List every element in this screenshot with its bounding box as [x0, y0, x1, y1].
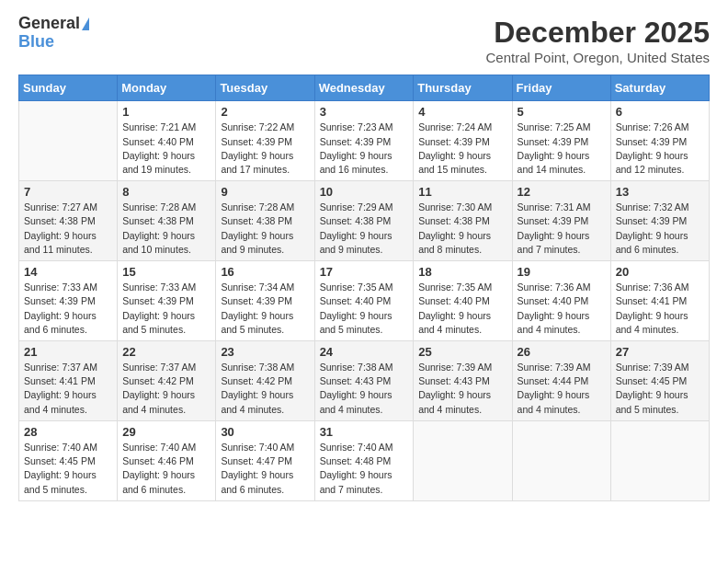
day-info: Sunrise: 7:34 AM Sunset: 4:39 PM Dayligh…	[221, 281, 309, 337]
day-info: Sunrise: 7:36 AM Sunset: 4:41 PM Dayligh…	[616, 281, 704, 337]
weekday-header-row: SundayMondayTuesdayWednesdayThursdayFrid…	[19, 75, 710, 101]
day-info: Sunrise: 7:21 AM Sunset: 4:40 PM Dayligh…	[122, 121, 210, 177]
day-info: Sunrise: 7:39 AM Sunset: 4:44 PM Dayligh…	[518, 361, 606, 417]
calendar-cell: 14Sunrise: 7:33 AM Sunset: 4:39 PM Dayli…	[19, 261, 118, 341]
calendar-cell: 2Sunrise: 7:22 AM Sunset: 4:39 PM Daylig…	[216, 101, 314, 181]
calendar-cell: 9Sunrise: 7:28 AM Sunset: 4:38 PM Daylig…	[216, 181, 314, 261]
day-info: Sunrise: 7:37 AM Sunset: 4:41 PM Dayligh…	[24, 361, 112, 417]
day-number: 23	[221, 345, 309, 359]
day-number: 12	[518, 185, 606, 199]
calendar-cell: 8Sunrise: 7:28 AM Sunset: 4:38 PM Daylig…	[118, 181, 216, 261]
calendar-cell: 25Sunrise: 7:39 AM Sunset: 4:43 PM Dayli…	[414, 341, 512, 421]
day-number: 18	[418, 265, 506, 279]
day-number: 26	[518, 345, 606, 359]
calendar-cell: 5Sunrise: 7:25 AM Sunset: 4:39 PM Daylig…	[512, 101, 610, 181]
calendar-cell: 15Sunrise: 7:33 AM Sunset: 4:39 PM Dayli…	[118, 261, 216, 341]
day-number: 28	[24, 425, 112, 439]
weekday-header-friday: Friday	[512, 75, 610, 101]
day-info: Sunrise: 7:40 AM Sunset: 4:48 PM Dayligh…	[320, 441, 409, 497]
day-number: 19	[518, 265, 606, 279]
day-info: Sunrise: 7:27 AM Sunset: 4:38 PM Dayligh…	[24, 201, 112, 257]
day-info: Sunrise: 7:29 AM Sunset: 4:38 PM Dayligh…	[320, 201, 409, 257]
calendar-cell: 26Sunrise: 7:39 AM Sunset: 4:44 PM Dayli…	[512, 341, 610, 421]
calendar-table: SundayMondayTuesdayWednesdayThursdayFrid…	[18, 75, 710, 500]
weekday-header-thursday: Thursday	[414, 75, 512, 101]
day-info: Sunrise: 7:30 AM Sunset: 4:38 PM Dayligh…	[418, 201, 506, 257]
day-number: 6	[616, 105, 704, 119]
day-number: 4	[418, 105, 506, 119]
day-info: Sunrise: 7:28 AM Sunset: 4:38 PM Dayligh…	[221, 201, 309, 257]
logo: General Blue	[18, 15, 89, 52]
day-number: 21	[24, 345, 112, 359]
calendar-cell: 10Sunrise: 7:29 AM Sunset: 4:38 PM Dayli…	[314, 181, 414, 261]
calendar-cell: 27Sunrise: 7:39 AM Sunset: 4:45 PM Dayli…	[610, 341, 709, 421]
calendar-cell: 19Sunrise: 7:36 AM Sunset: 4:40 PM Dayli…	[512, 261, 610, 341]
calendar-cell: 22Sunrise: 7:37 AM Sunset: 4:42 PM Dayli…	[118, 341, 216, 421]
day-number: 17	[320, 265, 409, 279]
calendar-cell	[414, 420, 512, 500]
weekday-header-saturday: Saturday	[610, 75, 709, 101]
day-info: Sunrise: 7:36 AM Sunset: 4:40 PM Dayligh…	[518, 281, 606, 337]
day-number: 14	[24, 265, 112, 279]
day-number: 27	[616, 345, 704, 359]
calendar-cell: 13Sunrise: 7:32 AM Sunset: 4:39 PM Dayli…	[610, 181, 709, 261]
calendar-cell: 11Sunrise: 7:30 AM Sunset: 4:38 PM Dayli…	[414, 181, 512, 261]
day-number: 29	[122, 425, 210, 439]
day-info: Sunrise: 7:40 AM Sunset: 4:46 PM Dayligh…	[122, 441, 210, 497]
day-number: 11	[418, 185, 506, 199]
location-title: Central Point, Oregon, United States	[486, 50, 710, 65]
day-info: Sunrise: 7:31 AM Sunset: 4:39 PM Dayligh…	[518, 201, 606, 257]
weekday-header-sunday: Sunday	[19, 75, 118, 101]
calendar-week-row: 28Sunrise: 7:40 AM Sunset: 4:45 PM Dayli…	[19, 420, 710, 500]
calendar-cell: 17Sunrise: 7:35 AM Sunset: 4:40 PM Dayli…	[314, 261, 414, 341]
day-info: Sunrise: 7:40 AM Sunset: 4:47 PM Dayligh…	[221, 441, 309, 497]
calendar-week-row: 21Sunrise: 7:37 AM Sunset: 4:41 PM Dayli…	[19, 341, 710, 421]
calendar-cell	[512, 420, 610, 500]
day-number: 2	[221, 105, 309, 119]
calendar-cell: 31Sunrise: 7:40 AM Sunset: 4:48 PM Dayli…	[314, 420, 414, 500]
calendar-cell: 30Sunrise: 7:40 AM Sunset: 4:47 PM Dayli…	[216, 420, 314, 500]
day-number: 3	[320, 105, 409, 119]
day-info: Sunrise: 7:24 AM Sunset: 4:39 PM Dayligh…	[418, 121, 506, 177]
calendar-cell: 16Sunrise: 7:34 AM Sunset: 4:39 PM Dayli…	[216, 261, 314, 341]
day-info: Sunrise: 7:40 AM Sunset: 4:45 PM Dayligh…	[24, 441, 112, 497]
calendar-cell: 4Sunrise: 7:24 AM Sunset: 4:39 PM Daylig…	[414, 101, 512, 181]
weekday-header-tuesday: Tuesday	[216, 75, 314, 101]
day-info: Sunrise: 7:38 AM Sunset: 4:43 PM Dayligh…	[320, 361, 409, 417]
logo-general-text: General	[18, 15, 80, 33]
day-info: Sunrise: 7:33 AM Sunset: 4:39 PM Dayligh…	[122, 281, 210, 337]
calendar-cell: 21Sunrise: 7:37 AM Sunset: 4:41 PM Dayli…	[19, 341, 118, 421]
day-info: Sunrise: 7:25 AM Sunset: 4:39 PM Dayligh…	[518, 121, 606, 177]
day-info: Sunrise: 7:28 AM Sunset: 4:38 PM Dayligh…	[122, 201, 210, 257]
calendar-week-row: 14Sunrise: 7:33 AM Sunset: 4:39 PM Dayli…	[19, 261, 710, 341]
calendar-cell: 20Sunrise: 7:36 AM Sunset: 4:41 PM Dayli…	[610, 261, 709, 341]
day-info: Sunrise: 7:39 AM Sunset: 4:43 PM Dayligh…	[418, 361, 506, 417]
calendar-cell: 23Sunrise: 7:38 AM Sunset: 4:42 PM Dayli…	[216, 341, 314, 421]
day-number: 22	[122, 345, 210, 359]
day-info: Sunrise: 7:26 AM Sunset: 4:39 PM Dayligh…	[616, 121, 704, 177]
logo-blue-text: Blue	[18, 33, 54, 52]
day-number: 1	[122, 105, 210, 119]
day-info: Sunrise: 7:32 AM Sunset: 4:39 PM Dayligh…	[616, 201, 704, 257]
calendar-cell: 12Sunrise: 7:31 AM Sunset: 4:39 PM Dayli…	[512, 181, 610, 261]
day-info: Sunrise: 7:23 AM Sunset: 4:39 PM Dayligh…	[320, 121, 409, 177]
day-number: 7	[24, 185, 112, 199]
day-number: 5	[518, 105, 606, 119]
weekday-header-wednesday: Wednesday	[314, 75, 414, 101]
day-number: 10	[320, 185, 409, 199]
day-number: 20	[616, 265, 704, 279]
day-number: 31	[320, 425, 409, 439]
calendar-cell: 6Sunrise: 7:26 AM Sunset: 4:39 PM Daylig…	[610, 101, 709, 181]
calendar-cell	[19, 101, 118, 181]
day-number: 30	[221, 425, 309, 439]
title-area: December 2025 Central Point, Oregon, Uni…	[486, 15, 710, 65]
calendar-week-row: 1Sunrise: 7:21 AM Sunset: 4:40 PM Daylig…	[19, 101, 710, 181]
day-info: Sunrise: 7:33 AM Sunset: 4:39 PM Dayligh…	[24, 281, 112, 337]
calendar-cell: 28Sunrise: 7:40 AM Sunset: 4:45 PM Dayli…	[19, 420, 118, 500]
day-info: Sunrise: 7:39 AM Sunset: 4:45 PM Dayligh…	[616, 361, 704, 417]
day-info: Sunrise: 7:37 AM Sunset: 4:42 PM Dayligh…	[122, 361, 210, 417]
calendar-cell: 1Sunrise: 7:21 AM Sunset: 4:40 PM Daylig…	[118, 101, 216, 181]
day-info: Sunrise: 7:35 AM Sunset: 4:40 PM Dayligh…	[320, 281, 409, 337]
calendar-cell: 24Sunrise: 7:38 AM Sunset: 4:43 PM Dayli…	[314, 341, 414, 421]
calendar-cell: 7Sunrise: 7:27 AM Sunset: 4:38 PM Daylig…	[19, 181, 118, 261]
